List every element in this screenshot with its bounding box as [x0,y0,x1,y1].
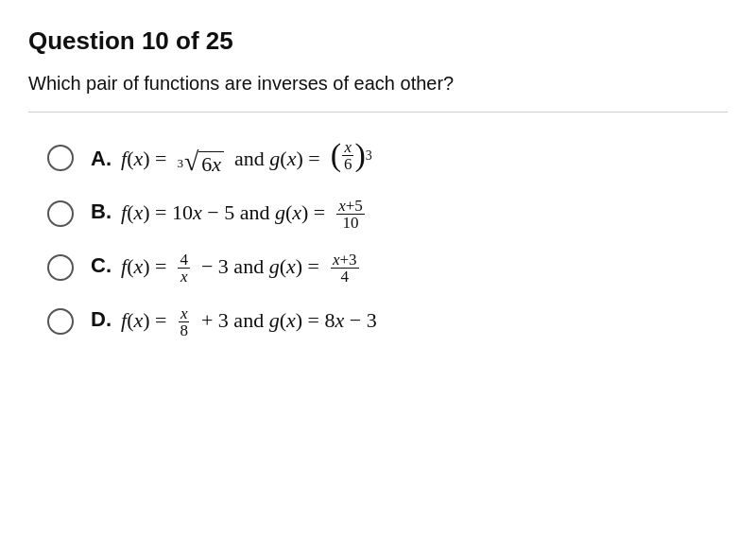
option-letter-c: C. [91,253,112,278]
option-label-a: A. f(x) = 3√6x and g(x) = ( x 6 ) 3 [91,139,372,177]
paren-expr-a: ( x 6 ) 3 [331,139,372,172]
fraction-c2: x+3 4 [331,252,359,285]
option-item-b: B. f(x) = 10x − 5 and g(x) = x+5 10 [47,198,728,231]
divider [28,112,728,113]
option-b-math: f(x) = 10x − 5 and g(x) = x+5 10 [121,198,366,231]
option-letter-d: D. [91,307,112,332]
fraction-a: x 6 [342,139,354,172]
fraction-b: x+5 10 [336,198,365,231]
option-item-c: C. f(x) = 4 x − 3 and g(x) = x+3 4 [47,252,728,285]
option-label-b: B. f(x) = 10x − 5 and g(x) = x+5 10 [91,198,366,231]
radio-b[interactable] [47,200,74,227]
option-letter-b: B. [91,200,112,224]
question-text: Which pair of functions are inverses of … [28,73,728,95]
radio-d[interactable] [47,308,74,335]
option-item-d: D. f(x) = x 8 + 3 and g(x) = 8x − 3 [47,305,728,338]
option-d-math: f(x) = x 8 + 3 and g(x) = 8x − 3 [121,305,377,338]
radio-c[interactable] [47,254,74,281]
option-label-d: D. f(x) = x 8 + 3 and g(x) = 8x − 3 [91,305,377,338]
fraction-c1: 4 x [178,252,190,285]
cbrt-symbol: 3√6x [177,148,224,177]
option-item-a: A. f(x) = 3√6x and g(x) = ( x 6 ) 3 [47,139,728,177]
option-c-math: f(x) = 4 x − 3 and g(x) = x+3 4 [121,252,360,285]
radio-a[interactable] [47,145,74,171]
option-a-math: f(x) = 3√6x and g(x) = ( x 6 ) 3 [121,139,372,177]
fraction-d1: x 8 [178,305,190,338]
options-list: A. f(x) = 3√6x and g(x) = ( x 6 ) 3 [28,139,728,338]
option-letter-a: A. [91,147,112,171]
option-label-c: C. f(x) = 4 x − 3 and g(x) = x+3 4 [91,252,360,285]
question-header: Question 10 of 25 [28,26,728,56]
